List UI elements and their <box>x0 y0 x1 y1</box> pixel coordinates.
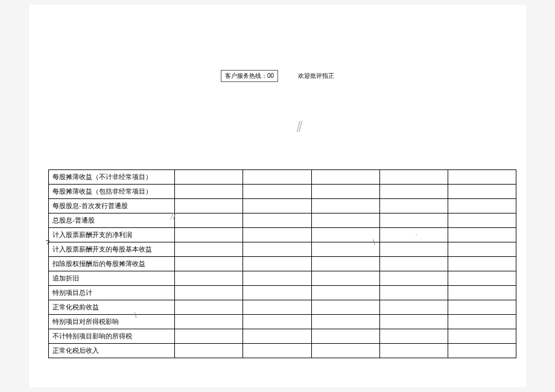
row-value <box>448 199 516 213</box>
row-value <box>175 228 243 242</box>
row-value <box>175 185 243 199</box>
row-label: 计入股票薪酬开支的每股基本收益 <box>49 242 175 257</box>
table-row: 扣除股权报酬后的每股摊薄收益 <box>49 257 516 271</box>
row-value <box>311 315 379 329</box>
question-mark: ? <box>46 239 49 246</box>
table-row: 特别项目对所得税影响 <box>49 315 516 329</box>
row-value <box>311 271 379 286</box>
row-value <box>175 315 243 329</box>
row-value <box>379 329 448 344</box>
row-value <box>311 170 379 185</box>
row-label: 每股股息-首次发行普通股 <box>49 199 175 213</box>
row-value <box>448 257 516 271</box>
row-value <box>311 199 379 213</box>
row-value <box>448 271 516 286</box>
row-value <box>311 185 379 199</box>
row-value <box>243 286 311 300</box>
row-value <box>448 170 516 185</box>
row-value <box>448 213 516 228</box>
row-label: 正常化税前收益 <box>49 300 175 315</box>
row-value <box>311 344 379 358</box>
row-label: 总股息-普通股 <box>49 213 175 228</box>
row-value <box>175 271 243 286</box>
row-value <box>243 242 311 257</box>
row-value <box>448 242 516 257</box>
row-value <box>175 300 243 315</box>
row-value <box>379 213 448 228</box>
row-label: 正常化税后收入 <box>49 344 175 358</box>
row-value <box>175 257 243 271</box>
financial-table-wrap: 每股摊薄收益（不计非经常项目） 每股摊薄收益（包括非经常项目） 每股 <box>29 169 526 358</box>
row-value <box>243 228 311 242</box>
row-label: 计入股票薪酬开支的净利润 <box>49 228 175 242</box>
row-label: 不计特别项目影响的所得税 <box>49 329 175 344</box>
table-row: 计入股票薪酬开支的净利润 <box>49 228 516 242</box>
row-value <box>379 344 448 358</box>
row-label: 特别项目总计 <box>49 286 175 300</box>
row-value <box>448 315 516 329</box>
financial-table: 每股摊薄收益（不计非经常项目） 每股摊薄收益（包括非经常项目） 每股 <box>48 169 516 358</box>
header-area: 客户服务热线：00 欢迎批评指正 <box>29 5 526 82</box>
row-value <box>243 271 311 286</box>
row-value <box>243 257 311 271</box>
row-value <box>379 257 448 271</box>
backslash-mark-1: \ <box>373 238 375 247</box>
table-row: 总股息-普通股 <box>49 213 516 228</box>
tick-mark: 、 <box>415 229 421 237</box>
document-page: 客户服务热线：00 欢迎批评指正 ∥ ? // \ \ 、 每股摊薄收益（不计非… <box>29 5 526 387</box>
row-value <box>311 286 379 300</box>
table-row: 追加折旧 <box>49 271 516 286</box>
row-value <box>175 242 243 257</box>
row-value <box>379 228 448 242</box>
row-value <box>311 257 379 271</box>
row-value <box>311 228 379 242</box>
row-value <box>311 329 379 344</box>
table-row: 每股摊薄收益（不计非经常项目） <box>49 170 516 185</box>
table-row: 正常化税后收入 <box>49 344 516 358</box>
row-value <box>243 329 311 344</box>
row-value <box>448 228 516 242</box>
row-value <box>379 242 448 257</box>
row-value <box>243 185 311 199</box>
table-row: 不计特别项目影响的所得税 <box>49 329 516 344</box>
row-value <box>175 286 243 300</box>
table-row: 每股摊薄收益（包括非经常项目） <box>49 185 516 199</box>
row-value <box>448 300 516 315</box>
row-value <box>379 170 448 185</box>
row-value <box>175 213 243 228</box>
row-value <box>243 213 311 228</box>
row-value <box>448 286 516 300</box>
row-label: 追加折旧 <box>49 271 175 286</box>
decor-mark: ∥ <box>296 119 301 134</box>
row-value <box>175 170 243 185</box>
row-value <box>379 286 448 300</box>
row-value <box>175 199 243 213</box>
row-value <box>311 242 379 257</box>
table-row: 计入股票薪酬开支的每股基本收益 <box>49 242 516 257</box>
row-value <box>379 315 448 329</box>
row-value <box>243 300 311 315</box>
row-value <box>379 271 448 286</box>
row-label: 每股摊薄收益（不计非经常项目） <box>49 170 175 185</box>
row-label: 每股摊薄收益（包括非经常项目） <box>49 185 175 199</box>
hotline-box: 客户服务热线：00 <box>221 70 278 82</box>
feedback-text: 欢迎批评指正 <box>298 72 334 80</box>
table-row: 每股股息-首次发行普通股 <box>49 199 516 213</box>
backslash-mark-2: \ <box>135 311 136 320</box>
table-row: 特别项目总计 <box>49 286 516 300</box>
table-row: 正常化税前收益 <box>49 300 516 315</box>
row-value <box>311 300 379 315</box>
row-value <box>379 185 448 199</box>
row-value <box>379 300 448 315</box>
row-value <box>243 315 311 329</box>
slash-mark: // <box>171 212 176 221</box>
row-value <box>311 213 379 228</box>
row-value <box>243 199 311 213</box>
row-value <box>243 344 311 358</box>
row-value <box>448 185 516 199</box>
row-value <box>175 329 243 344</box>
row-value <box>448 329 516 344</box>
row-value <box>448 344 516 358</box>
row-value <box>243 170 311 185</box>
row-value <box>175 344 243 358</box>
